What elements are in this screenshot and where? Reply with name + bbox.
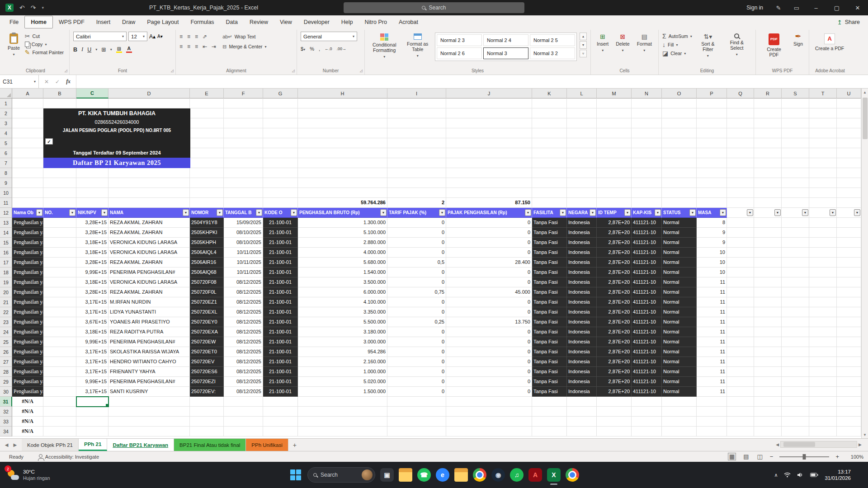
style-normal-2-6[interactable]: Normal 2 6 xyxy=(437,47,482,59)
cell-S11[interactable] xyxy=(782,198,809,208)
cell-A2[interactable] xyxy=(12,108,43,118)
cell-B26[interactable] xyxy=(43,347,76,357)
align-center-icon[interactable]: ≡ xyxy=(187,43,190,50)
cell-I9[interactable] xyxy=(387,178,446,188)
cell-G29[interactable]: 21-100-01 xyxy=(263,377,298,387)
cell-A12[interactable]: Nama Ob▼ xyxy=(12,208,43,218)
cell-L24[interactable]: Indonesia xyxy=(567,327,597,337)
row-header-15[interactable]: 15 xyxy=(0,238,12,248)
cell-N28[interactable]: 411121-10 xyxy=(632,367,662,377)
cell-T7[interactable] xyxy=(809,158,837,168)
cell-J28[interactable]: 0 xyxy=(446,367,532,377)
row-header-18[interactable]: 18 xyxy=(0,267,12,277)
cell-R28[interactable] xyxy=(754,367,782,377)
cell-K4[interactable] xyxy=(532,128,567,138)
cell-S30[interactable] xyxy=(782,387,809,397)
cell-S8[interactable] xyxy=(782,168,809,178)
align-right-icon[interactable]: ≡ xyxy=(195,43,198,50)
cell-J18[interactable]: 0 xyxy=(446,267,532,277)
new-sheet-button[interactable]: + xyxy=(288,439,301,451)
cell-Q15[interactable] xyxy=(727,238,754,248)
cell-N32[interactable] xyxy=(632,407,662,417)
cell-E20[interactable]: 250720F0L xyxy=(190,287,224,297)
cell-T33[interactable] xyxy=(809,417,837,427)
cell-T5[interactable] xyxy=(809,138,837,148)
column-header-K[interactable]: K xyxy=(532,89,567,99)
cell-M15[interactable]: 2,87E+20 xyxy=(597,238,632,248)
cell-O31[interactable] xyxy=(662,397,697,407)
cell-R12[interactable]: ▼ xyxy=(754,208,782,218)
cell-S26[interactable] xyxy=(782,347,809,357)
redo-icon[interactable]: ↷ xyxy=(31,4,36,11)
middle-align-icon[interactable]: ≡ xyxy=(187,33,190,40)
cell-O8[interactable] xyxy=(662,168,697,178)
cell-F24[interactable]: 08/12/2025 xyxy=(224,327,263,337)
cell-A8[interactable] xyxy=(12,168,43,178)
cell-L21[interactable]: Indonesia xyxy=(567,297,597,307)
cell-I3[interactable] xyxy=(387,118,446,128)
cell-F13[interactable]: 15/09/2025 xyxy=(224,218,263,228)
sign-button[interactable]: ✒Sign xyxy=(791,32,805,48)
column-header-H[interactable]: H xyxy=(298,89,387,99)
cell-I8[interactable] xyxy=(387,168,446,178)
cell-I12[interactable]: TARIF PAJAK (%)▼ xyxy=(387,208,446,218)
cell-U26[interactable] xyxy=(837,347,861,357)
cell-D13[interactable]: REZA AKMAL ZAHRAN xyxy=(108,218,190,228)
cell-M1[interactable] xyxy=(597,99,632,108)
cell-O6[interactable] xyxy=(662,148,697,158)
sheet-tab-daftar-bp21-karyawan[interactable]: Daftar BP21 Karyawan xyxy=(107,439,174,451)
cell-K26[interactable]: Tanpa Fasi xyxy=(532,347,567,357)
cell-B16[interactable] xyxy=(43,248,76,258)
style-normal-3-2[interactable]: Normal 3 2 xyxy=(530,47,575,59)
cell-J34[interactable] xyxy=(446,427,532,436)
cell-H30[interactable]: 1.500.000 xyxy=(298,387,387,397)
cell-U32[interactable] xyxy=(837,407,861,417)
format-as-table-button[interactable]: Format as Table ▾ xyxy=(403,32,432,61)
cell-A9[interactable] xyxy=(12,178,43,188)
cell-T28[interactable] xyxy=(809,367,837,377)
cell-S24[interactable] xyxy=(782,327,809,337)
cell-P34[interactable] xyxy=(697,427,727,436)
top-align-icon[interactable]: ≡ xyxy=(179,33,183,40)
cell-R4[interactable] xyxy=(754,128,782,138)
cell-E4[interactable] xyxy=(190,128,224,138)
comma-style-icon[interactable]: , xyxy=(319,46,320,52)
cell-R24[interactable] xyxy=(754,327,782,337)
cell-E12[interactable]: NOMOR▼ xyxy=(190,208,224,218)
cell-F20[interactable]: 08/12/2025 xyxy=(224,287,263,297)
paste-dropdown-icon[interactable]: ▾ xyxy=(13,52,14,57)
cell-Q1[interactable] xyxy=(727,99,754,108)
cell-K10[interactable] xyxy=(532,188,567,198)
cell-T3[interactable] xyxy=(809,118,837,128)
cell-N16[interactable]: 411121-10 xyxy=(632,248,662,258)
cell-S25[interactable] xyxy=(782,337,809,347)
cell-N25[interactable]: 411121-10 xyxy=(632,337,662,347)
cell-D34[interactable] xyxy=(108,427,190,436)
cell-C15[interactable]: 3,18E+15 xyxy=(76,238,108,248)
cell-N2[interactable] xyxy=(632,108,662,118)
cell-H3[interactable] xyxy=(298,118,387,128)
cell-U11[interactable] xyxy=(837,198,861,208)
cell-A33[interactable]: #N/A xyxy=(12,417,43,427)
cell-E6[interactable] xyxy=(190,148,224,158)
cell-K15[interactable]: Tanpa Fasi xyxy=(532,238,567,248)
cell-T26[interactable] xyxy=(809,347,837,357)
cell-C19[interactable]: 3,18E+15 xyxy=(76,277,108,287)
column-header-J[interactable]: J xyxy=(446,89,532,99)
cell-I23[interactable]: 0,25 xyxy=(387,317,446,327)
cell-E33[interactable] xyxy=(190,417,224,427)
cell-D1[interactable] xyxy=(108,99,190,108)
cell-K27[interactable]: Tanpa Fasi xyxy=(532,357,567,367)
gallery-up-icon[interactable]: ▴ xyxy=(580,33,587,40)
cell-R13[interactable] xyxy=(754,218,782,228)
cell-J22[interactable]: 0 xyxy=(446,307,532,317)
cell-L13[interactable]: Indonesia xyxy=(567,218,597,228)
cell-P28[interactable]: 11 xyxy=(697,367,727,377)
cell-G22[interactable]: 21-100-01 xyxy=(263,307,298,317)
cell-R31[interactable] xyxy=(754,397,782,407)
cell-O21[interactable]: Normal xyxy=(662,297,697,307)
cell-U4[interactable] xyxy=(837,128,861,138)
filter-button-K[interactable]: ▼ xyxy=(560,209,566,216)
cell-G23[interactable]: 21-100-01 xyxy=(263,317,298,327)
cell-B23[interactable] xyxy=(43,317,76,327)
